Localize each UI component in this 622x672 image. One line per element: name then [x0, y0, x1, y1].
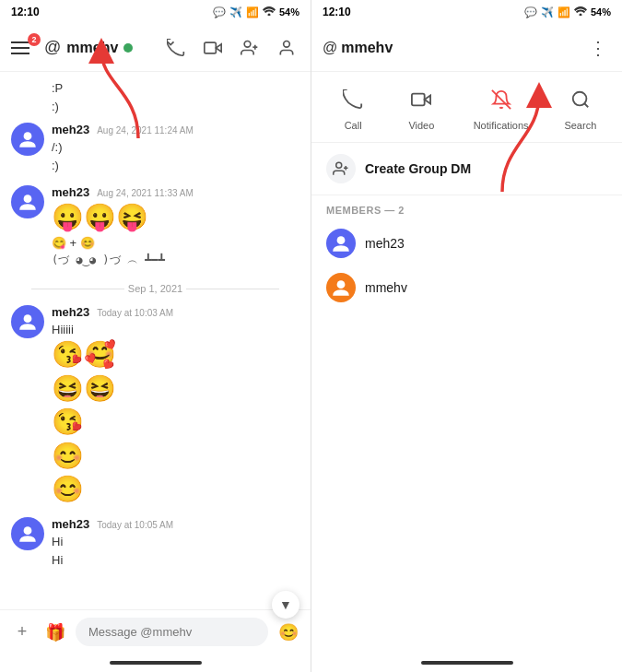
telegram-icon-r: ✈️	[541, 6, 554, 18]
hamburger-button[interactable]: 2	[11, 35, 37, 61]
actions-row: Call Video Notifications	[311, 72, 622, 143]
notification-badge: 2	[28, 33, 41, 46]
more-options-button[interactable]: ⋮	[585, 35, 611, 61]
message-group: meh23 Aug 24, 2021 11:24 AM /:) :)	[0, 119, 311, 178]
notifications-action[interactable]: Notifications	[474, 83, 529, 131]
msg-text: Hi	[52, 533, 299, 551]
emoji-row: 😛😛😝	[52, 201, 299, 234]
status-icons-left: 💬 ✈️ 📶 54%	[213, 6, 299, 18]
search-label: Search	[564, 120, 596, 131]
emoji-row: 😘🥰	[52, 338, 299, 371]
create-group-dm-button[interactable]: Create Group DM	[311, 143, 622, 195]
member-item-mmehv[interactable]: mmehv	[311, 265, 622, 310]
svg-point-10	[24, 527, 32, 536]
input-area: + 🎁 😊	[0, 609, 311, 654]
signal-icon: 📶	[246, 6, 259, 18]
username-right: mmehv	[341, 40, 393, 56]
at-symbol-left: @	[44, 38, 61, 57]
header-username-area[interactable]: @ mmehv	[44, 38, 156, 57]
svg-rect-13	[412, 94, 425, 106]
msg-text: :)	[52, 98, 299, 116]
msg-username: meh23	[52, 185, 89, 199]
svg-point-11	[579, 14, 581, 17]
status-icons-right: 💬 ✈️ 📶 54%	[524, 6, 611, 18]
status-bar-left: 12:10 💬 ✈️ 📶 54%	[0, 0, 311, 24]
msg-time: Aug 24, 2021 11:24 AM	[97, 125, 194, 136]
video-label: Video	[408, 120, 434, 131]
search-action[interactable]: Search	[564, 83, 597, 131]
svg-point-6	[284, 41, 290, 47]
svg-point-9	[24, 314, 32, 323]
msg-text: :)	[52, 157, 299, 175]
msg-text: Hiiiii	[52, 321, 299, 339]
member-name-mmehv: mmehv	[365, 280, 407, 295]
gift-button[interactable]: 🎁	[42, 619, 68, 645]
battery-left: 54%	[279, 6, 299, 18]
avatar	[11, 305, 44, 338]
header-left: 2 @ mmehv	[0, 24, 311, 72]
emoji-row: 😊	[52, 473, 299, 506]
message-input[interactable]	[76, 618, 268, 646]
notifications-icon	[485, 83, 518, 116]
header-right: @ mmehv ⋮	[311, 24, 622, 72]
home-indicator-right	[311, 654, 622, 672]
svg-rect-2	[205, 42, 217, 53]
create-group-label: Create Group DM	[365, 161, 471, 176]
svg-marker-12	[425, 95, 430, 103]
svg-point-15	[573, 92, 587, 106]
scroll-down-button[interactable]: ▼	[272, 591, 299, 619]
add-attachment-button[interactable]: +	[9, 619, 35, 645]
left-panel: 12:10 💬 ✈️ 📶 54% 2 @ mmehv	[0, 0, 311, 672]
message-group: meh23 Today at 10:03 AM Hiiiii 😘🥰 😆😆 😘 😊…	[0, 301, 311, 510]
msg-text: (づ ◕‿◕ )づ ︵ ┻━┻	[52, 253, 299, 268]
msg-time: Aug 24, 2021 11:33 AM	[97, 188, 194, 198]
person-button[interactable]	[274, 35, 299, 61]
time-left: 12:10	[11, 6, 40, 18]
svg-marker-1	[216, 43, 221, 51]
message-group: meh23 Today at 10:05 AM Hi Hi	[0, 513, 311, 572]
svg-point-20	[337, 236, 346, 244]
chat-area: :P :) meh23 Aug 24, 2021 11:24 AM /:) :)	[0, 72, 311, 609]
voice-call-button[interactable]	[163, 35, 189, 61]
msg-text: Hi	[52, 551, 299, 570]
msg-time: Today at 10:03 AM	[97, 308, 173, 318]
username-left: mmehv	[66, 40, 118, 56]
members-header: MEMBERS — 2	[311, 195, 622, 221]
status-bar-right: 12:10 💬 ✈️ 📶 54%	[311, 0, 622, 24]
search-icon	[564, 83, 597, 116]
add-friend-button[interactable]	[237, 35, 263, 61]
video-icon	[405, 83, 438, 116]
message-content: meh23 Aug 24, 2021 11:24 AM /:) :)	[52, 123, 299, 174]
right-content: Call Video Notifications	[311, 72, 622, 654]
date-separator: Sep 1, 2021	[0, 276, 311, 301]
wifi-icon	[263, 6, 276, 18]
header-username-right: @ mmehv	[323, 40, 585, 56]
avatar	[11, 185, 44, 218]
msg-text: 😋 + 😊	[52, 234, 299, 253]
home-indicator-bar	[110, 661, 202, 665]
member-item-meh23[interactable]: meh23	[311, 221, 622, 265]
call-action[interactable]: Call	[336, 83, 370, 131]
battery-right: 54%	[591, 6, 611, 18]
video-call-button[interactable]	[200, 35, 226, 61]
emoji-row: 😊	[52, 440, 299, 473]
msg-text: /:)	[52, 138, 299, 157]
home-indicator-bar-right	[421, 661, 513, 665]
svg-line-16	[584, 103, 588, 107]
message-group: meh23 Aug 24, 2021 11:33 AM 😛😛😝 😋 + 😊 (づ…	[0, 182, 311, 272]
message-header: meh23 Today at 10:03 AM	[52, 305, 299, 319]
msg-username: meh23	[52, 517, 89, 531]
msg-time: Today at 10:05 AM	[97, 520, 173, 530]
message-content: meh23 Aug 24, 2021 11:33 AM 😛😛😝 😋 + 😊 (づ…	[52, 185, 299, 268]
header-icons	[163, 35, 299, 61]
emoji-picker-button[interactable]: 😊	[276, 619, 301, 645]
message-header: meh23 Today at 10:05 AM	[52, 517, 299, 531]
video-action[interactable]: Video	[405, 83, 438, 131]
signal-icon-r: 📶	[557, 6, 570, 18]
at-symbol-right: @	[323, 40, 337, 56]
svg-point-7	[24, 132, 32, 140]
right-panel: 12:10 💬 ✈️ 📶 54% @ mmehv ⋮	[311, 0, 622, 672]
simple-messages-top: :P :)	[0, 79, 311, 119]
message-content: meh23 Today at 10:05 AM Hi Hi	[52, 517, 299, 569]
emoji-row: 😘	[52, 406, 299, 439]
